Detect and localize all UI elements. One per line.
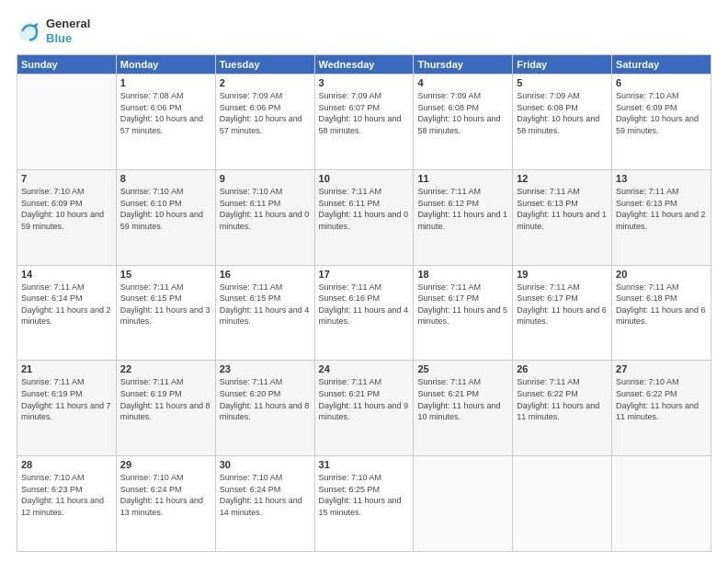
calendar-cell — [17, 75, 117, 170]
calendar-cell: 6Sunrise: 7:10 AMSunset: 6:09 PMDaylight… — [612, 75, 711, 170]
weekday-wednesday: Wednesday — [314, 55, 414, 75]
calendar-cell: 2Sunrise: 7:09 AMSunset: 6:06 PMDaylight… — [215, 75, 314, 170]
calendar-cell: 4Sunrise: 7:09 AMSunset: 6:08 PMDaylight… — [414, 75, 513, 170]
day-info: Sunrise: 7:11 AMSunset: 6:13 PMDaylight:… — [616, 186, 707, 232]
day-info: Sunrise: 7:08 AMSunset: 6:06 PMDaylight:… — [120, 90, 211, 136]
day-number: 16 — [220, 269, 311, 280]
calendar-cell — [513, 456, 612, 552]
calendar-cell: 27Sunrise: 7:10 AMSunset: 6:22 PMDayligh… — [612, 361, 711, 456]
calendar-table: SundayMondayTuesdayWednesdayThursdayFrid… — [17, 54, 711, 552]
day-info: Sunrise: 7:11 AMSunset: 6:19 PMDaylight:… — [120, 376, 211, 422]
day-number: 20 — [616, 269, 707, 280]
calendar-cell — [414, 456, 513, 552]
calendar-cell: 25Sunrise: 7:11 AMSunset: 6:21 PMDayligh… — [414, 361, 513, 456]
day-number: 14 — [21, 269, 112, 280]
day-info: Sunrise: 7:10 AMSunset: 6:11 PMDaylight:… — [220, 186, 311, 232]
weekday-header-row: SundayMondayTuesdayWednesdayThursdayFrid… — [17, 55, 711, 75]
page: General Blue SundayMondayTuesdayWednesda… — [0, 0, 728, 563]
day-number: 19 — [517, 269, 608, 280]
week-row-2: 7Sunrise: 7:10 AMSunset: 6:09 PMDaylight… — [17, 169, 711, 265]
day-info: Sunrise: 7:11 AMSunset: 6:21 PMDaylight:… — [319, 376, 410, 422]
day-info: Sunrise: 7:11 AMSunset: 6:19 PMDaylight:… — [21, 376, 112, 422]
week-row-1: 1Sunrise: 7:08 AMSunset: 6:06 PMDaylight… — [17, 75, 711, 170]
header: General Blue — [17, 17, 711, 45]
calendar-cell: 10Sunrise: 7:11 AMSunset: 6:11 PMDayligh… — [314, 169, 414, 265]
day-number: 23 — [220, 363, 311, 374]
day-number: 2 — [220, 77, 311, 88]
day-number: 9 — [220, 173, 311, 184]
day-number: 28 — [21, 459, 112, 470]
day-info: Sunrise: 7:09 AMSunset: 6:08 PMDaylight:… — [417, 90, 508, 136]
day-number: 25 — [417, 363, 508, 374]
calendar-cell: 28Sunrise: 7:10 AMSunset: 6:23 PMDayligh… — [17, 456, 117, 552]
day-number: 4 — [417, 77, 508, 88]
week-row-5: 28Sunrise: 7:10 AMSunset: 6:23 PMDayligh… — [17, 456, 711, 552]
calendar-cell: 22Sunrise: 7:11 AMSunset: 6:19 PMDayligh… — [116, 361, 215, 456]
day-info: Sunrise: 7:11 AMSunset: 6:17 PMDaylight:… — [517, 282, 608, 327]
calendar-cell: 29Sunrise: 7:10 AMSunset: 6:24 PMDayligh… — [116, 456, 215, 552]
day-info: Sunrise: 7:11 AMSunset: 6:21 PMDaylight:… — [417, 376, 508, 422]
day-number: 13 — [616, 173, 707, 184]
calendar-cell — [612, 456, 711, 552]
day-number: 6 — [616, 77, 707, 88]
day-info: Sunrise: 7:09 AMSunset: 6:07 PMDaylight:… — [319, 90, 410, 136]
day-info: Sunrise: 7:10 AMSunset: 6:24 PMDaylight:… — [220, 472, 311, 518]
day-info: Sunrise: 7:11 AMSunset: 6:20 PMDaylight:… — [220, 376, 311, 422]
weekday-saturday: Saturday — [612, 55, 711, 75]
day-number: 5 — [517, 77, 608, 88]
logo: General Blue — [17, 17, 90, 45]
day-number: 27 — [616, 363, 707, 374]
calendar-cell: 11Sunrise: 7:11 AMSunset: 6:12 PMDayligh… — [414, 169, 513, 265]
calendar-cell: 19Sunrise: 7:11 AMSunset: 6:17 PMDayligh… — [513, 265, 612, 361]
calendar-cell: 8Sunrise: 7:10 AMSunset: 6:10 PMDaylight… — [116, 169, 215, 265]
weekday-sunday: Sunday — [17, 55, 117, 75]
day-info: Sunrise: 7:11 AMSunset: 6:15 PMDaylight:… — [120, 282, 211, 327]
calendar-cell: 9Sunrise: 7:10 AMSunset: 6:11 PMDaylight… — [215, 169, 314, 265]
calendar-cell: 13Sunrise: 7:11 AMSunset: 6:13 PMDayligh… — [612, 169, 711, 265]
day-number: 29 — [120, 459, 211, 470]
day-info: Sunrise: 7:10 AMSunset: 6:22 PMDaylight:… — [616, 376, 707, 422]
calendar-cell: 23Sunrise: 7:11 AMSunset: 6:20 PMDayligh… — [215, 361, 314, 456]
weekday-monday: Monday — [116, 55, 215, 75]
calendar-cell: 14Sunrise: 7:11 AMSunset: 6:14 PMDayligh… — [17, 265, 117, 361]
day-info: Sunrise: 7:09 AMSunset: 6:06 PMDaylight:… — [220, 90, 311, 136]
day-number: 26 — [517, 363, 608, 374]
calendar-cell: 12Sunrise: 7:11 AMSunset: 6:13 PMDayligh… — [513, 169, 612, 265]
day-number: 1 — [120, 77, 211, 88]
logo-general: General — [46, 17, 90, 30]
calendar-cell: 1Sunrise: 7:08 AMSunset: 6:06 PMDaylight… — [116, 75, 215, 170]
calendar-cell: 26Sunrise: 7:11 AMSunset: 6:22 PMDayligh… — [513, 361, 612, 456]
day-number: 24 — [319, 363, 410, 374]
calendar-cell: 3Sunrise: 7:09 AMSunset: 6:07 PMDaylight… — [314, 75, 414, 170]
day-info: Sunrise: 7:10 AMSunset: 6:25 PMDaylight:… — [319, 472, 410, 518]
day-number: 15 — [120, 269, 211, 280]
calendar-cell: 24Sunrise: 7:11 AMSunset: 6:21 PMDayligh… — [314, 361, 414, 456]
weekday-thursday: Thursday — [414, 55, 513, 75]
day-number: 18 — [417, 269, 508, 280]
day-number: 22 — [120, 363, 211, 374]
logo-blue: Blue — [46, 31, 72, 45]
day-info: Sunrise: 7:11 AMSunset: 6:13 PMDaylight:… — [517, 186, 608, 232]
calendar-cell: 16Sunrise: 7:11 AMSunset: 6:15 PMDayligh… — [215, 265, 314, 361]
calendar-cell: 30Sunrise: 7:10 AMSunset: 6:24 PMDayligh… — [215, 456, 314, 552]
calendar-cell: 17Sunrise: 7:11 AMSunset: 6:16 PMDayligh… — [314, 265, 414, 361]
calendar-cell: 21Sunrise: 7:11 AMSunset: 6:19 PMDayligh… — [17, 361, 117, 456]
day-info: Sunrise: 7:11 AMSunset: 6:14 PMDaylight:… — [21, 282, 112, 327]
calendar-cell: 20Sunrise: 7:11 AMSunset: 6:18 PMDayligh… — [612, 265, 711, 361]
day-number: 31 — [319, 459, 410, 470]
logo-text: General Blue — [46, 17, 90, 45]
calendar-cell: 18Sunrise: 7:11 AMSunset: 6:17 PMDayligh… — [414, 265, 513, 361]
logo-icon — [17, 18, 42, 44]
day-number: 17 — [319, 269, 410, 280]
day-number: 21 — [21, 363, 112, 374]
day-info: Sunrise: 7:11 AMSunset: 6:12 PMDaylight:… — [417, 186, 508, 232]
week-row-3: 14Sunrise: 7:11 AMSunset: 6:14 PMDayligh… — [17, 265, 711, 361]
day-info: Sunrise: 7:11 AMSunset: 6:22 PMDaylight:… — [517, 376, 608, 422]
calendar-cell: 31Sunrise: 7:10 AMSunset: 6:25 PMDayligh… — [314, 456, 414, 552]
day-info: Sunrise: 7:10 AMSunset: 6:23 PMDaylight:… — [21, 472, 112, 518]
day-info: Sunrise: 7:11 AMSunset: 6:15 PMDaylight:… — [220, 282, 311, 327]
day-number: 10 — [319, 173, 410, 184]
day-info: Sunrise: 7:11 AMSunset: 6:11 PMDaylight:… — [319, 186, 410, 232]
day-info: Sunrise: 7:10 AMSunset: 6:10 PMDaylight:… — [120, 186, 211, 232]
day-number: 12 — [517, 173, 608, 184]
